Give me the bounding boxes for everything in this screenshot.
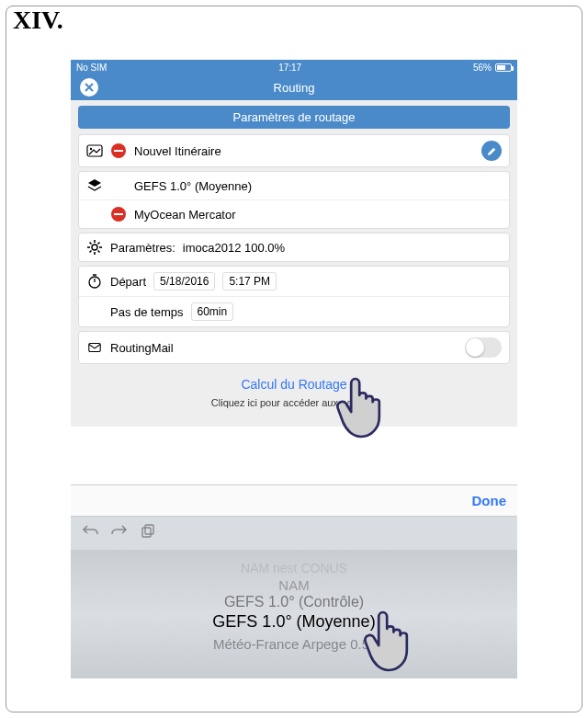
- action-area: Calcul du Routage Cliquez ici pour accéd…: [71, 368, 517, 427]
- picker-toolbar: Done: [71, 484, 517, 517]
- mail-card: RoutingMail: [78, 331, 510, 364]
- figure-frame: No SIM 17:17 56% Routing Paramètres de r…: [6, 6, 582, 712]
- picker-item-selected[interactable]: GEFS 1.0° (Moyenne): [71, 612, 517, 632]
- picker-item[interactable]: NAM: [71, 577, 517, 593]
- svg-line-9: [90, 251, 92, 253]
- undo-icon[interactable]: [82, 524, 98, 542]
- remove-ocean-button[interactable]: [110, 206, 127, 222]
- svg-rect-16: [145, 525, 153, 534]
- calculate-routing-button[interactable]: Calcul du Routage: [71, 377, 517, 392]
- svg-point-1: [90, 148, 92, 150]
- section-header[interactable]: Paramètres de routage: [78, 106, 510, 129]
- timestep-label: Pas de temps: [110, 305, 184, 319]
- edit-route-button[interactable]: [481, 141, 502, 161]
- remove-route-button[interactable]: [110, 142, 127, 159]
- layers-icon: [86, 177, 103, 194]
- svg-rect-14: [89, 344, 100, 352]
- departure-date-input[interactable]: 5/18/2016: [153, 272, 215, 291]
- copy-icon[interactable]: [141, 524, 155, 542]
- ocean-model: MyOcean Mercator: [134, 208, 236, 222]
- params-value[interactable]: imoca2012 100.0%: [183, 241, 285, 255]
- close-button[interactable]: [80, 78, 98, 97]
- svg-line-8: [98, 251, 100, 253]
- route-name: Nouvel Itinéraire: [134, 144, 221, 158]
- stopwatch-icon: [86, 273, 103, 290]
- route-card: Nouvel Itinéraire: [78, 134, 510, 167]
- departure-card: Départ 5/18/2016 5:17 PM Pas de temps 60…: [78, 266, 510, 327]
- params-label: Paramètres:: [110, 241, 175, 255]
- picker-wheel[interactable]: NAM nest CONUS NAM GEFS 1.0° (Contrôle) …: [71, 550, 517, 678]
- status-time: 17:17: [278, 63, 301, 73]
- minus-icon: [111, 207, 126, 222]
- svg-line-10: [98, 243, 100, 245]
- pencil-icon: [487, 146, 497, 156]
- departure-label: Départ: [110, 275, 146, 289]
- close-icon: [85, 83, 94, 92]
- nav-title: Routing: [274, 81, 315, 95]
- device-screen: No SIM 17:17 56% Routing Paramètres de r…: [71, 60, 517, 427]
- battery-icon: [495, 63, 512, 72]
- mail-label: RoutingMail: [110, 341, 174, 355]
- models-card: GEFS 1.0° (Moyenne) MyOcean Mercator: [78, 171, 510, 229]
- svg-line-7: [90, 243, 92, 245]
- svg-point-2: [92, 245, 97, 250]
- done-button[interactable]: Done: [472, 493, 507, 508]
- picker-item[interactable]: Météo-France Arpege 0.5°: [71, 636, 517, 652]
- mail-toggle[interactable]: [465, 337, 502, 358]
- picker-panel: Done NAM nest CONUS NAM GEFS 1.0° (Contr…: [71, 484, 517, 678]
- weather-model-select[interactable]: GEFS 1.0° (Moyenne): [134, 179, 252, 193]
- redo-icon[interactable]: [111, 524, 128, 542]
- route-icon: [86, 142, 103, 159]
- hint-text: Cliquez ici pour accéder aux pages d: [71, 397, 517, 408]
- timestep-input[interactable]: 60min: [191, 302, 234, 321]
- nav-bar: Routing: [71, 74, 517, 100]
- params-card: Paramètres: imoca2012 100.0%: [78, 233, 510, 262]
- svg-rect-15: [142, 528, 151, 537]
- picker-item[interactable]: GEFS 1.0° (Contrôle): [71, 594, 517, 610]
- status-bar: No SIM 17:17 56%: [71, 60, 517, 74]
- gear-icon: [86, 239, 103, 256]
- battery-percent: 56%: [473, 63, 492, 73]
- picker-shortcut-bar: [71, 517, 517, 550]
- figure-label: XIV.: [13, 6, 63, 35]
- departure-time-input[interactable]: 5:17 PM: [222, 272, 277, 291]
- picker-item[interactable]: NAM nest CONUS: [71, 561, 517, 576]
- mail-icon: [86, 339, 103, 356]
- sim-status: No SIM: [76, 63, 107, 73]
- minus-icon: [111, 143, 126, 158]
